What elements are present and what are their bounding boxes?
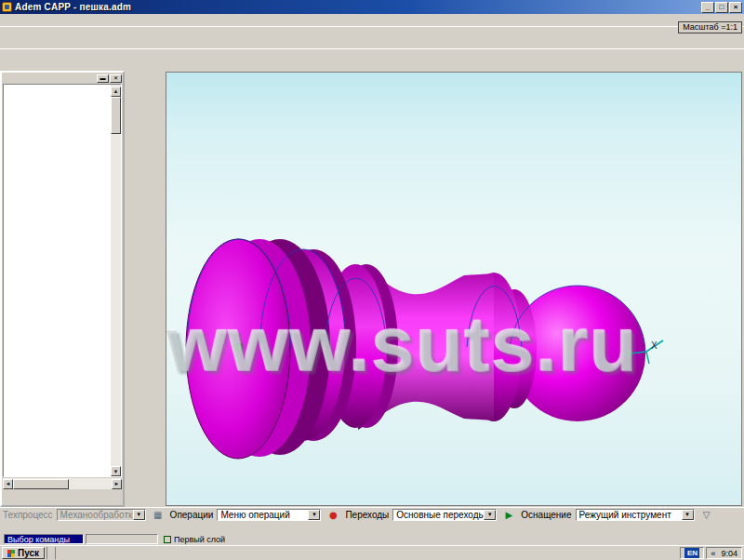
pawn-model — [186, 239, 645, 459]
axis-x-label: X — [651, 340, 658, 351]
layer-name: Первый слой — [174, 535, 225, 544]
main-area: ▬ ✕ ▲ ▼ ◄ ► — [0, 71, 744, 507]
tooling-combo[interactable]: Режущий инструмент ▼ — [576, 509, 695, 521]
scroll-left-icon[interactable]: ◄ — [3, 479, 13, 489]
chevron-down-icon[interactable]: ▼ — [484, 510, 496, 520]
tree-horizontal-scrollbar[interactable]: ◄ ► — [3, 478, 122, 489]
tray-icons-area: « 9:04 — [706, 547, 742, 559]
transitions-label: Переходы — [345, 510, 389, 520]
scroll-thumb[interactable] — [13, 479, 69, 489]
adem-capp-window: Adem CAPP - пешка.adm _ □ × Масштаб =1:1… — [0, 0, 744, 560]
command-prompt: Выбор команды — [4, 534, 84, 544]
tehprocess-label: Техпроцесс — [3, 510, 53, 520]
chevron-down-icon[interactable]: ▼ — [133, 510, 145, 520]
apply-process-button[interactable]: ▦ — [150, 509, 166, 521]
record-operation-button[interactable]: ● — [325, 509, 341, 521]
scroll-right-icon[interactable]: ► — [112, 479, 122, 489]
minimize-button[interactable]: _ — [701, 2, 714, 13]
run-transition-button[interactable]: ▶ — [500, 509, 517, 521]
language-indicator[interactable]: EN — [680, 547, 704, 559]
snap-point-marker — [235, 344, 242, 351]
chevron-down-icon[interactable]: ▼ — [682, 510, 694, 520]
scroll-up-icon[interactable]: ▲ — [111, 87, 121, 97]
record-icon: ● — [329, 510, 338, 520]
operations-combo[interactable]: Меню операций ▼ — [217, 509, 321, 521]
graphics-workspace[interactable]: X www.suts.ru — [166, 72, 742, 506]
play-icon: ▶ — [505, 510, 512, 520]
menu-bar — [0, 14, 744, 26]
panel-tab-row — [2, 489, 123, 505]
panel-minimize-button[interactable]: ▬ — [97, 74, 109, 83]
vertical-toolbar-left — [125, 71, 145, 507]
vertical-toolbars — [125, 71, 166, 507]
quick-launch-bar — [46, 547, 56, 559]
layer-color-icon — [164, 536, 171, 543]
chevron-down-icon[interactable]: ▼ — [308, 510, 320, 520]
windows-taskbar: Пуск EN « 9:04 — [0, 545, 744, 560]
window-title: Adem CAPP - пешка.adm — [15, 2, 700, 12]
close-button[interactable]: × — [729, 2, 742, 13]
clock: 9:04 — [721, 549, 737, 558]
system-tray: EN « 9:04 — [680, 547, 742, 559]
panel-title-bar: ▬ ✕ — [2, 73, 123, 83]
scale-indicator: Масштаб =1:1 — [678, 21, 742, 33]
transitions-combo[interactable]: Основные переходы ▼ — [392, 509, 497, 521]
start-button[interactable]: Пуск — [2, 547, 45, 559]
vertical-toolbar-right — [145, 71, 166, 507]
scroll-thumb[interactable] — [111, 97, 121, 134]
windows-flag-icon — [7, 550, 15, 557]
restore-button[interactable]: □ — [715, 2, 728, 13]
scroll-down-icon[interactable]: ▼ — [111, 466, 121, 476]
layer-indicator: Первый слой — [164, 535, 225, 544]
tooling-label: Оснащение — [521, 510, 571, 520]
toolbar-row-1 — [0, 26, 744, 48]
panel-close-button[interactable]: ✕ — [110, 74, 122, 83]
process-tree-panel: ▬ ✕ ▲ ▼ ◄ ► — [0, 71, 125, 507]
status-message-cell — [86, 534, 158, 544]
grid-icon: ▦ — [153, 510, 162, 520]
toolbar-row-2 — [0, 48, 744, 71]
operations-label: Операции — [170, 510, 214, 520]
title-bar: Adem CAPP - пешка.adm _ □ × — [0, 0, 744, 14]
chevron-left-icon[interactable]: « — [711, 549, 715, 558]
tree-view: ▲ ▼ — [3, 84, 122, 477]
tehprocess-combo[interactable]: Механообработка ▼ — [57, 509, 146, 521]
app-icon — [2, 2, 12, 12]
status-bar: Выбор команды Первый слой — [0, 533, 744, 545]
model-scene: X — [166, 73, 739, 506]
tool-filter-button[interactable]: ▽ — [698, 509, 715, 521]
tp-control-bar: Техпроцесс Механообработка ▼ ▦ Операции … — [0, 507, 744, 521]
bottom-tab-strip — [0, 521, 744, 533]
tree-vertical-scrollbar[interactable]: ▲ ▼ — [111, 85, 121, 476]
funnel-icon: ▽ — [703, 510, 711, 520]
